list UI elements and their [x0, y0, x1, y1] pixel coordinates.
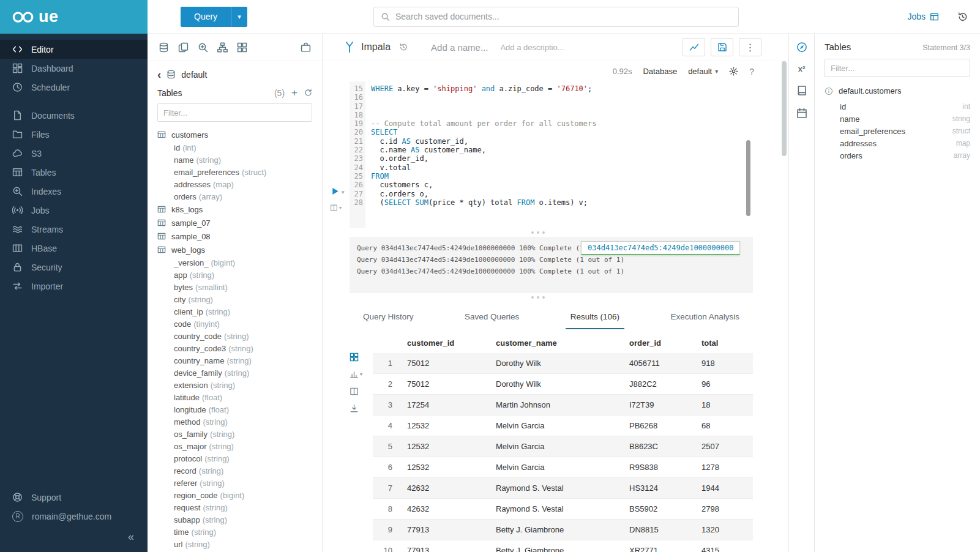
- assist-bag-button[interactable]: [301, 42, 311, 53]
- sidebar-item-files[interactable]: Files: [0, 125, 148, 144]
- results-cell[interactable]: J882C2: [623, 374, 695, 395]
- sidebar-item-jobs[interactable]: Jobs: [0, 201, 148, 220]
- hue-logo[interactable]: ue: [0, 0, 148, 34]
- settings-gear-icon[interactable]: [729, 67, 738, 76]
- tab-query-history[interactable]: Query History: [358, 305, 419, 329]
- editor-resize-handle[interactable]: [323, 228, 753, 237]
- results-cell[interactable]: Melvin Garcia: [490, 436, 623, 457]
- sidebar-item-streams[interactable]: Streams: [0, 220, 148, 239]
- assist-table-customers[interactable]: customers: [157, 128, 322, 141]
- results-cell[interactable]: 12532: [401, 416, 490, 436]
- statement-counter[interactable]: Statement 3/3: [922, 43, 970, 52]
- jobs-link[interactable]: Jobs: [907, 12, 939, 21]
- assist-column-email-preferences[interactable]: email_preferences(struct): [157, 166, 322, 178]
- results-cell[interactable]: Raymond S. Vestal: [490, 478, 623, 499]
- sidebar-item-scheduler[interactable]: Scheduler: [0, 78, 148, 97]
- results-column-header[interactable]: order_id: [623, 333, 695, 353]
- sidebar-item-editor[interactable]: Editor: [0, 40, 148, 59]
- results-cell[interactable]: 1944: [695, 478, 753, 499]
- tab-execution-analysis[interactable]: Execution Analysis: [665, 305, 744, 329]
- collapse-sidebar-button[interactable]: «: [128, 531, 134, 543]
- assist-table-k8s-logs[interactable]: k8s_logs: [157, 203, 322, 216]
- assist-column-protocol[interactable]: protocol(string): [157, 452, 322, 464]
- assist-column-device-family[interactable]: device_family(string): [157, 367, 322, 379]
- results-cell[interactable]: 42632: [401, 499, 490, 520]
- results-cell[interactable]: Raymond S. Vestal: [490, 499, 623, 520]
- results-cell[interactable]: Melvin Garcia: [490, 416, 623, 436]
- assist-column-longitude[interactable]: longitude(float): [157, 403, 322, 416]
- results-cell[interactable]: 75012: [401, 374, 490, 395]
- results-download-button[interactable]: [350, 404, 373, 413]
- snippet-more-actions-button[interactable]: ⋮: [739, 38, 761, 56]
- assist-column-url[interactable]: url(string): [157, 538, 322, 550]
- assist-column-client-ip[interactable]: client_ip(string): [157, 305, 322, 318]
- assist-db-button[interactable]: [159, 42, 169, 53]
- context-column-addresses[interactable]: addressesmap: [825, 137, 970, 149]
- results-cell[interactable]: 1278: [695, 457, 753, 478]
- assist-column-region-code[interactable]: region_code(bigint): [157, 489, 322, 501]
- assist-column-method[interactable]: method(string): [157, 416, 322, 428]
- sidebar-item-documents[interactable]: Documents: [0, 106, 148, 125]
- assist-column-extension[interactable]: extension(string): [157, 379, 322, 391]
- execute-options-caret[interactable]: ▾: [342, 189, 345, 195]
- query-history-icon[interactable]: [957, 12, 968, 22]
- assist-column-request[interactable]: request(string): [157, 501, 322, 513]
- assist-column-record[interactable]: record(string): [157, 464, 322, 477]
- results-column-header[interactable]: customer_id: [401, 333, 490, 353]
- results-grid-view-button[interactable]: [350, 352, 373, 362]
- editor-scrollbar[interactable]: [746, 140, 750, 216]
- context-filter-input[interactable]: [825, 59, 970, 77]
- sidebar-item-hbase[interactable]: HBase: [0, 239, 148, 258]
- results-cell[interactable]: Betty J. Giambrone: [490, 540, 623, 552]
- results-cell[interactable]: 96: [695, 374, 753, 395]
- context-active-table[interactable]: default.customers: [825, 85, 970, 100]
- assist-column-referer[interactable]: referer(string): [157, 477, 322, 489]
- save-button[interactable]: [711, 38, 733, 56]
- sidebar-item-user[interactable]: R romain@gethue.com: [0, 507, 148, 526]
- results-cell[interactable]: HS3124: [623, 478, 695, 499]
- results-cell[interactable]: XR2771: [623, 540, 695, 552]
- results-expand-button[interactable]: [350, 387, 373, 396]
- assist-column-bytes[interactable]: bytes(smallint): [157, 281, 322, 293]
- assist-copy-button[interactable]: [178, 42, 189, 53]
- results-cell[interactable]: 4315: [695, 540, 753, 552]
- results-cell[interactable]: 12532: [401, 457, 490, 478]
- database-select[interactable]: default ▾: [688, 67, 718, 76]
- assist-sitemap-button[interactable]: [217, 42, 228, 53]
- help-icon[interactable]: ?: [749, 67, 754, 76]
- assist-column-code[interactable]: code(tinyint): [157, 318, 322, 330]
- search-input[interactable]: [395, 12, 731, 21]
- results-cell[interactable]: Martin Johnson: [490, 395, 623, 416]
- assist-column-addresses[interactable]: addresses(map): [157, 178, 322, 190]
- results-cell[interactable]: 1320: [695, 520, 753, 540]
- assist-column-app[interactable]: app(string): [157, 269, 322, 281]
- results-cell[interactable]: 4056711: [623, 353, 695, 374]
- assist-table-sample-08[interactable]: sample_08: [157, 229, 322, 243]
- main-scrollbar[interactable]: [782, 61, 787, 156]
- context-column-email-preferences[interactable]: email_preferencesstruct: [825, 125, 970, 137]
- results-cell[interactable]: 77913: [401, 520, 490, 540]
- query-description-field[interactable]: Add a descriptio...: [500, 43, 683, 52]
- results-cell[interactable]: BS5902: [623, 499, 695, 520]
- assist-column-city[interactable]: city(string): [157, 293, 322, 305]
- snippet-history-icon[interactable]: [399, 43, 408, 51]
- back-chevron-icon[interactable]: ‹: [157, 69, 161, 80]
- editor-options-button[interactable]: ▾: [330, 204, 342, 212]
- results-cell[interactable]: 75012: [401, 353, 490, 374]
- results-column-header[interactable]: customer_name: [490, 333, 623, 353]
- query-name-field[interactable]: Add a name...: [431, 42, 488, 53]
- results-cell[interactable]: PB6268: [623, 416, 695, 436]
- query-dropdown-caret[interactable]: ▾: [231, 7, 247, 27]
- sidebar-item-tables[interactable]: Tables: [0, 163, 148, 182]
- results-cell[interactable]: 17254: [401, 395, 490, 416]
- sidebar-item-s3[interactable]: S3: [0, 144, 148, 163]
- results-cell[interactable]: 2507: [695, 436, 753, 457]
- assist-filter-input[interactable]: [157, 103, 312, 122]
- functions-button[interactable]: x²: [798, 64, 806, 73]
- tab-results-106[interactable]: Results (106): [566, 305, 624, 329]
- assist-table-sample-07[interactable]: sample_07: [157, 216, 322, 229]
- query-id-popup[interactable]: 034d413ec7474ed5:4249de1000000000: [581, 241, 740, 255]
- results-cell[interactable]: I72T39: [623, 395, 695, 416]
- assist-column-subapp[interactable]: subapp(string): [157, 513, 322, 526]
- assist-column-id[interactable]: id(int): [157, 141, 322, 154]
